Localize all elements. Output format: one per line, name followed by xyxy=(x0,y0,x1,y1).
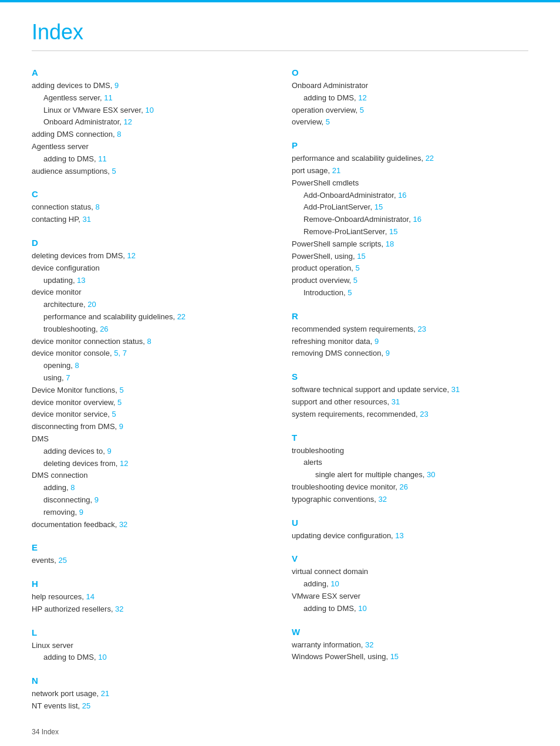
entry-page[interactable]: 11 xyxy=(102,93,113,102)
entry-page[interactable]: 7 xyxy=(64,373,70,382)
entry-page[interactable]: 8 xyxy=(115,130,122,139)
entry-page[interactable]: 5 xyxy=(351,276,357,285)
entry-text: architecture, xyxy=(43,300,86,309)
entry-text: Linux server xyxy=(32,641,73,650)
index-entry: typographic conventions, 32 xyxy=(292,494,528,506)
entry-page[interactable]: 15 xyxy=(372,202,383,211)
entry-page[interactable]: 25 xyxy=(56,556,67,565)
index-entry: device monitor xyxy=(32,286,268,299)
index-entry: adding, 8 xyxy=(32,482,268,494)
entry-text: port usage, xyxy=(292,166,330,175)
entry-text: adding, xyxy=(303,579,329,588)
index-section-t: Ttroubleshootingalertssingle alert for m… xyxy=(292,433,528,506)
entry-page[interactable]: 8 xyxy=(145,337,151,346)
entry-page[interactable]: 23 xyxy=(416,325,426,333)
entry-page[interactable]: 32 xyxy=(363,640,373,649)
entry-page[interactable]: 5 xyxy=(117,386,124,394)
entry-page[interactable]: 16 xyxy=(396,191,407,200)
entry-page[interactable]: 5 xyxy=(110,167,116,175)
entry-page[interactable]: 20 xyxy=(86,300,96,309)
entry-text: recommended system requirements, xyxy=(292,325,416,333)
index-entry: documentation feedback, 32 xyxy=(32,519,268,531)
entry-page[interactable]: 14 xyxy=(84,592,95,601)
index-entry: audience assumptions, 5 xyxy=(32,166,268,178)
entry-page[interactable]: 8 xyxy=(93,202,100,211)
index-entry: Agentless server xyxy=(32,141,268,153)
page-footer: 34 Index xyxy=(32,728,59,736)
entry-page[interactable]: 31 xyxy=(449,385,460,394)
entry-page[interactable]: 10 xyxy=(329,579,339,588)
entry-page[interactable]: 21 xyxy=(330,166,340,175)
entry-page[interactable]: 5 xyxy=(357,106,364,114)
index-section-h: Hhelp resources, 14HP authorized reselle… xyxy=(32,579,268,616)
entry-page[interactable]: 5, 7 xyxy=(112,349,127,357)
entry-page[interactable]: 10 xyxy=(143,106,154,114)
entry-text: events, xyxy=(32,556,56,565)
entry-page[interactable]: 8 xyxy=(69,483,75,492)
entry-page[interactable]: 5 xyxy=(110,410,116,418)
index-entry: alerts xyxy=(292,457,528,469)
entry-page[interactable]: 32 xyxy=(376,495,387,504)
entry-page[interactable]: 22 xyxy=(175,312,185,321)
entry-page[interactable]: 22 xyxy=(423,154,434,163)
entry-page[interactable]: 12 xyxy=(356,93,367,102)
entry-page[interactable]: 12 xyxy=(117,459,128,468)
entry-page[interactable]: 26 xyxy=(98,325,109,333)
index-entry: adding to DMS, 10 xyxy=(32,652,268,664)
entry-page[interactable]: 21 xyxy=(99,689,109,698)
entry-text: network port usage, xyxy=(32,689,99,698)
entry-page[interactable]: 5 xyxy=(115,398,122,407)
entry-text: Add-OnboardAdministrator, xyxy=(303,191,396,200)
entry-page[interactable]: 15 xyxy=(387,227,397,236)
index-entry: performance and scalability guidelines, … xyxy=(292,153,528,165)
entry-text: removing DMS connection, xyxy=(292,349,383,357)
entry-page[interactable]: 9 xyxy=(383,349,390,357)
index-entry: device monitor connection status, 8 xyxy=(32,336,268,348)
entry-page[interactable]: 13 xyxy=(393,531,404,540)
entry-page[interactable]: 32 xyxy=(117,520,127,529)
index-entry: contacting HP, 31 xyxy=(32,214,268,226)
entry-page[interactable]: 5 xyxy=(346,288,352,297)
entry-page[interactable]: 5 xyxy=(323,117,330,126)
entry-page[interactable]: 8 xyxy=(73,361,79,370)
entry-page[interactable]: 10 xyxy=(356,604,367,613)
entry-page[interactable]: 31 xyxy=(80,215,91,224)
entry-page[interactable]: 16 xyxy=(411,215,421,224)
entry-page[interactable]: 26 xyxy=(397,482,408,491)
entry-page[interactable]: 10 xyxy=(96,653,107,661)
entry-text: troubleshooting, xyxy=(43,325,98,333)
entry-page[interactable]: 12 xyxy=(125,251,136,260)
entry-page[interactable]: 9 xyxy=(372,337,379,346)
entry-page[interactable]: 5 xyxy=(353,264,360,272)
entry-page[interactable]: 9 xyxy=(77,508,83,517)
index-entry: removing DMS connection, 9 xyxy=(292,347,528,360)
entry-page[interactable]: 15 xyxy=(388,652,399,661)
entry-text: alerts xyxy=(303,458,322,467)
entry-page[interactable]: 9 xyxy=(112,81,119,90)
entry-page[interactable]: 18 xyxy=(383,239,394,248)
index-entry: troubleshooting, 26 xyxy=(32,323,268,336)
entry-page[interactable]: 9 xyxy=(92,495,99,504)
entry-page[interactable]: 32 xyxy=(113,605,124,613)
entry-page[interactable]: 25 xyxy=(80,701,90,710)
entry-page[interactable]: 15 xyxy=(355,252,366,261)
index-entry: device monitor service, 5 xyxy=(32,409,268,421)
entry-page[interactable]: 13 xyxy=(75,276,86,285)
entry-page[interactable]: 9 xyxy=(105,447,112,455)
entry-page[interactable]: 11 xyxy=(96,154,107,163)
entry-text: adding to DMS, xyxy=(43,653,96,661)
entry-page[interactable]: 30 xyxy=(424,470,435,479)
entry-page[interactable]: 31 xyxy=(389,397,400,406)
entry-text: overview, xyxy=(292,117,323,126)
entry-text: help resources, xyxy=(32,592,84,601)
index-entry: Agentless server, 11 xyxy=(32,92,268,104)
entry-page[interactable]: 23 xyxy=(418,410,429,418)
entry-page[interactable]: 12 xyxy=(122,117,132,126)
entry-page[interactable]: 9 xyxy=(117,422,123,431)
entry-text: adding DMS connection, xyxy=(32,130,115,139)
entry-text: deleting devices from, xyxy=(43,459,117,468)
section-letter: V xyxy=(292,553,528,563)
entry-text: PowerShell, using, xyxy=(292,252,355,261)
index-entry: adding devices to DMS, 9 xyxy=(32,80,268,92)
index-section-r: Rrecommended system requirements, 23refr… xyxy=(292,311,528,360)
